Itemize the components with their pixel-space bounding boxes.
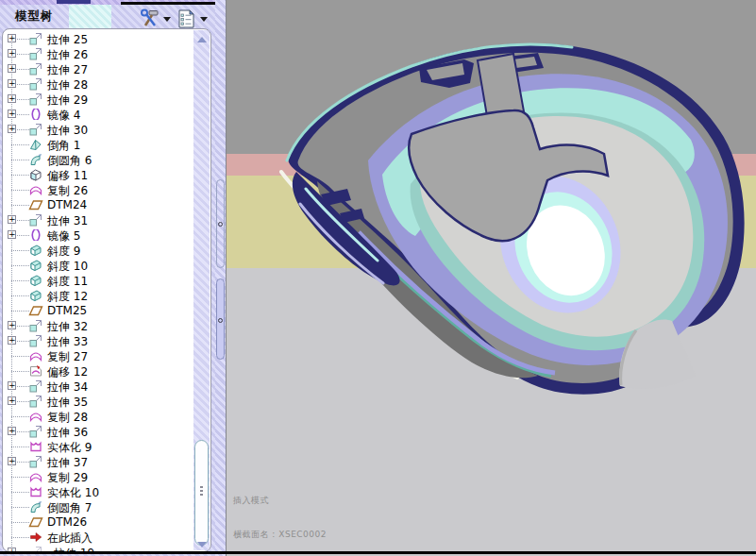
- tree-item[interactable]: 实体化 9: [3, 439, 193, 454]
- tree-item[interactable]: 斜度 9: [3, 243, 193, 258]
- tree-connector: [11, 205, 29, 206]
- chevron-down-icon[interactable]: [163, 17, 171, 22]
- expander-icon[interactable]: +: [8, 321, 16, 329]
- datum-plane-icon: [28, 304, 43, 317]
- extrude-icon: [28, 93, 43, 106]
- draft-icon: [28, 259, 43, 272]
- tree-item[interactable]: 复制 28: [3, 409, 193, 424]
- tree-item[interactable]: +拉伸 27: [3, 61, 193, 76]
- cross-section-status: 横截面名 : XSEC0002: [233, 529, 327, 541]
- tree-item[interactable]: +拉伸 34: [3, 379, 193, 394]
- tree-connector: [11, 356, 29, 357]
- tree-item-label: DTM25: [47, 304, 87, 317]
- tree-item[interactable]: 斜度 12: [3, 288, 193, 303]
- tree-item[interactable]: +拉伸 36: [3, 424, 193, 439]
- tree-item[interactable]: +镜像 5: [3, 227, 193, 243]
- expander-icon[interactable]: +: [8, 34, 16, 42]
- bottom-divider: [0, 551, 756, 554]
- panel-sash[interactable]: [215, 0, 227, 556]
- mouse-3d-model[interactable]: [227, 0, 756, 556]
- tree-connector: [11, 250, 29, 251]
- scrollbar-thumb[interactable]: [194, 440, 209, 546]
- tree-item[interactable]: 斜度 10: [3, 258, 193, 273]
- extrude-icon: [28, 213, 43, 227]
- tree-item[interactable]: 实体化 10: [3, 484, 193, 499]
- expander-icon[interactable]: +: [8, 427, 16, 435]
- tree-item[interactable]: +拉伸 28: [3, 76, 193, 92]
- tree-item[interactable]: 倒圆角 7: [3, 499, 193, 514]
- expander-icon[interactable]: +: [8, 336, 16, 345]
- tree-item[interactable]: 复制 27: [3, 348, 193, 363]
- model-tree-header: 模型树: [0, 5, 215, 28]
- tree-connector: [11, 492, 29, 493]
- tree-item[interactable]: 斜度 11: [3, 273, 193, 288]
- chamfer-icon: [28, 138, 43, 151]
- draft-icon: [28, 274, 43, 287]
- tree-connector: [11, 144, 29, 145]
- tree-item[interactable]: 复制 29: [3, 469, 193, 484]
- extrude-icon: [28, 62, 43, 76]
- tree-item[interactable]: DTM24: [3, 197, 193, 212]
- tree-item[interactable]: 倒角 1: [3, 137, 193, 152]
- solidify-icon: [28, 440, 43, 453]
- expander-icon[interactable]: +: [8, 49, 16, 58]
- scroll-down-icon[interactable]: [197, 542, 207, 548]
- tree-item[interactable]: +拉伸 29: [3, 92, 193, 107]
- tree-scrollbar[interactable]: [193, 30, 210, 550]
- tree-item[interactable]: 偏移 12: [3, 363, 193, 379]
- expander-icon[interactable]: +: [8, 125, 16, 133]
- tree-item[interactable]: 偏移 11: [3, 167, 193, 182]
- expander-icon[interactable]: +: [8, 79, 16, 88]
- tree-item[interactable]: +拉伸 35: [3, 394, 193, 409]
- expander-icon[interactable]: +: [8, 381, 16, 390]
- tree-item[interactable]: DTM25: [3, 303, 193, 318]
- insert-here-icon: [28, 531, 43, 544]
- expander-icon[interactable]: +: [8, 457, 16, 465]
- tree-connector: [11, 295, 29, 296]
- thumb-grip-icon: [200, 486, 204, 497]
- extrude-icon: [28, 425, 43, 438]
- tree-item[interactable]: +拉伸 19: [3, 545, 193, 551]
- extrude-icon: [28, 47, 43, 60]
- extrude-icon: [28, 455, 43, 468]
- draft-icon: [28, 289, 43, 302]
- tree-connector: [11, 190, 29, 191]
- expander-icon[interactable]: +: [8, 94, 16, 103]
- chevron-down-icon[interactable]: [200, 17, 208, 22]
- extrude-icon: [28, 319, 43, 332]
- top-edge-decor: [57, 0, 91, 4]
- graphics-area[interactable]: 插入模式 横截面名 : XSEC0002: [227, 0, 756, 556]
- tree-item[interactable]: +拉伸 31: [3, 212, 193, 227]
- expander-icon[interactable]: +: [8, 396, 16, 405]
- cad-application-window: 模型树: [0, 0, 756, 556]
- sash-knob-icon[interactable]: [218, 318, 223, 323]
- copy-icon: [28, 410, 43, 423]
- round-icon: [28, 153, 43, 166]
- solidify-icon: [28, 485, 43, 498]
- tree-item[interactable]: +拉伸 33: [3, 333, 193, 348]
- expander-icon[interactable]: +: [8, 230, 16, 239]
- tree-connector: [11, 280, 29, 281]
- insert-mode-status: 插入模式: [233, 495, 269, 507]
- draft-icon: [28, 244, 43, 257]
- extrude-icon: [28, 77, 43, 91]
- tree-item[interactable]: +拉伸 25: [3, 31, 193, 46]
- tree-item[interactable]: 在此插入: [3, 530, 193, 545]
- tree-item[interactable]: 复制 26: [3, 182, 193, 197]
- tree-connector: [11, 160, 29, 160]
- tree-connector: [11, 537, 29, 538]
- tree-item[interactable]: +拉伸 37: [3, 454, 193, 469]
- expander-icon[interactable]: +: [8, 64, 16, 73]
- tree-item[interactable]: DTM26: [3, 514, 193, 530]
- sash-knob-icon[interactable]: [218, 222, 223, 227]
- tree-connector: [11, 416, 29, 417]
- tree-item[interactable]: 倒圆角 6: [3, 152, 193, 167]
- tree-item[interactable]: +镜像 4: [3, 107, 193, 122]
- tree-item[interactable]: +拉伸 26: [3, 46, 193, 61]
- expander-icon[interactable]: +: [8, 215, 16, 224]
- tree-item[interactable]: +拉伸 30: [3, 122, 193, 137]
- expander-icon[interactable]: +: [8, 110, 16, 118]
- tree-item[interactable]: +拉伸 32: [3, 318, 193, 333]
- model-tree-panel: 模型树: [0, 0, 215, 556]
- scroll-up-icon[interactable]: [197, 37, 207, 42]
